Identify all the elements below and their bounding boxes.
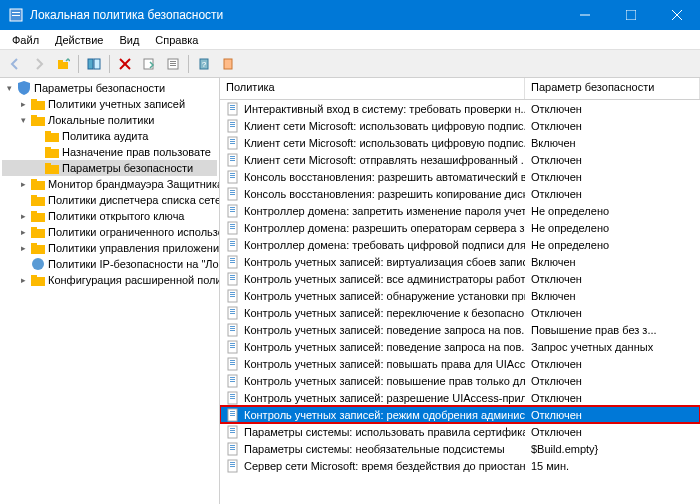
list-row[interactable]: Контроль учетных записей: виртуализация …	[220, 253, 700, 270]
chevron-down-icon[interactable]: ▾	[16, 113, 30, 127]
svg-rect-89	[230, 292, 235, 293]
svg-rect-16	[170, 63, 176, 64]
close-button[interactable]	[654, 0, 700, 30]
list-row[interactable]: Контроль учетных записей: повышение прав…	[220, 372, 700, 389]
tree-account-policies[interactable]: ▸ Политики учетных записей	[2, 96, 217, 112]
tree-root[interactable]: ▾ Параметры безопасности	[2, 80, 217, 96]
svg-rect-127	[230, 449, 235, 450]
svg-rect-31	[31, 181, 45, 190]
list-row[interactable]: Интерактивный вход в систему: требовать …	[220, 100, 700, 117]
list-row[interactable]: Клиент сети Microsoft: отправлять незаши…	[220, 151, 700, 168]
list-row[interactable]: Контроль учетных записей: поведение запр…	[220, 338, 700, 355]
chevron-right-icon[interactable]: ▸	[16, 209, 30, 223]
policy-name-cell: Контроль учетных записей: переключение к…	[220, 306, 525, 320]
export-button[interactable]	[138, 53, 160, 75]
list-row[interactable]: Сервер сети Microsoft: время бездействия…	[220, 457, 700, 474]
chevron-right-icon[interactable]: ▸	[16, 225, 30, 239]
svg-rect-59	[230, 160, 235, 161]
folder-icon	[30, 272, 46, 288]
policy-icon	[226, 391, 240, 405]
svg-rect-93	[230, 309, 235, 310]
policy-name-cell: Контроль учетных записей: виртуализация …	[220, 255, 525, 269]
policy-icon	[226, 238, 240, 252]
tree-user-rights[interactable]: Назначение прав пользовате	[2, 144, 217, 160]
tree-audit-policy[interactable]: Политика аудита	[2, 128, 217, 144]
policy-icon	[226, 323, 240, 337]
menu-file[interactable]: Файл	[4, 32, 47, 48]
minimize-button[interactable]	[562, 0, 608, 30]
svg-rect-2	[12, 15, 20, 16]
chevron-right-icon[interactable]: ▸	[16, 273, 30, 287]
list-row[interactable]: Контроль учетных записей: разрешение UIA…	[220, 389, 700, 406]
tree-network-list[interactable]: Политики диспетчера списка сетей	[2, 192, 217, 208]
policy-value-cell: Отключен	[525, 392, 700, 404]
list-row[interactable]: Консоль восстановления: разрешить автома…	[220, 168, 700, 185]
folder-icon	[44, 144, 60, 160]
chevron-down-icon[interactable]: ▾	[2, 81, 16, 95]
column-header-value[interactable]: Параметр безопасности	[525, 78, 700, 99]
policy-icon	[226, 170, 240, 184]
svg-rect-58	[230, 158, 235, 159]
refresh-button[interactable]: ?	[193, 53, 215, 75]
tree-panel[interactable]: ▾ Параметры безопасности ▸ Политики учет…	[0, 78, 220, 504]
policy-icon	[226, 340, 240, 354]
tree-local-policies[interactable]: ▾ Локальные политики	[2, 112, 217, 128]
policy-icon	[226, 136, 240, 150]
policy-value-cell: Включен	[525, 256, 700, 268]
svg-point-41	[32, 258, 44, 270]
list-row[interactable]: Контроль учетных записей: переключение к…	[220, 304, 700, 321]
svg-rect-35	[31, 213, 45, 222]
svg-rect-27	[45, 149, 59, 158]
list-row[interactable]: Контроль учетных записей: поведение запр…	[220, 321, 700, 338]
menu-help[interactable]: Справка	[147, 32, 206, 48]
svg-rect-17	[170, 65, 176, 66]
policy-name-cell: Контроллер домена: разрешить операторам …	[220, 221, 525, 235]
window-title: Локальная политика безопасности	[30, 8, 562, 22]
list-row[interactable]: Контроль учетных записей: режим одобрени…	[220, 406, 700, 423]
list-row[interactable]: Консоль восстановления: разрешить копиро…	[220, 185, 700, 202]
help-button[interactable]	[217, 53, 239, 75]
svg-rect-70	[230, 209, 235, 210]
svg-rect-54	[230, 141, 235, 142]
properties-button[interactable]	[162, 53, 184, 75]
tree-restricted-software[interactable]: ▸ Политики ограниченного использов	[2, 224, 217, 240]
list-row[interactable]: Контроллер домена: разрешить операторам …	[220, 219, 700, 236]
chevron-right-icon[interactable]: ▸	[16, 177, 30, 191]
maximize-button[interactable]	[608, 0, 654, 30]
tree-public-key[interactable]: ▸ Политики открытого ключа	[2, 208, 217, 224]
list-panel[interactable]: Политика Параметр безопасности Интеракти…	[220, 78, 700, 504]
list-row[interactable]: Контроль учетных записей: обнаружение ус…	[220, 287, 700, 304]
list-row[interactable]: Контроллер домена: требовать цифровой по…	[220, 236, 700, 253]
chevron-right-icon[interactable]: ▸	[16, 241, 30, 255]
list-row[interactable]: Контроль учетных записей: все администра…	[220, 270, 700, 287]
tree-ip-security[interactable]: Политики IP-безопасности на "Лок	[2, 256, 217, 272]
list-row[interactable]: Клиент сети Microsoft: использовать цифр…	[220, 117, 700, 134]
policy-icon	[226, 289, 240, 303]
column-header-policy[interactable]: Политика	[220, 78, 525, 99]
list-row[interactable]: Клиент сети Microsoft: использовать цифр…	[220, 134, 700, 151]
delete-button[interactable]	[114, 53, 136, 75]
chevron-right-icon[interactable]: ▸	[16, 97, 30, 111]
list-row[interactable]: Параметры системы: использовать правила …	[220, 423, 700, 440]
list-row[interactable]: Параметры системы: необязательные подсис…	[220, 440, 700, 457]
tree-app-control[interactable]: ▸ Политики управления приложение	[2, 240, 217, 256]
svg-rect-98	[230, 328, 235, 329]
list-row[interactable]: Контроллер домена: запретить изменение п…	[220, 202, 700, 219]
tree-advanced-audit[interactable]: ▸ Конфигурация расширенной полит	[2, 272, 217, 288]
menu-view[interactable]: Вид	[111, 32, 147, 48]
list-row[interactable]: Контроль учетных записей: повышать права…	[220, 355, 700, 372]
up-button[interactable]	[52, 53, 74, 75]
svg-rect-15	[170, 61, 176, 62]
policy-icon	[226, 204, 240, 218]
svg-rect-111	[230, 381, 235, 382]
show-hide-tree-button[interactable]	[83, 53, 105, 75]
policy-value-cell: Отключен	[525, 409, 700, 421]
tree-firewall[interactable]: ▸ Монитор брандмауэра Защитника W	[2, 176, 217, 192]
svg-rect-1	[12, 12, 20, 13]
svg-rect-95	[230, 313, 235, 314]
policy-icon	[226, 374, 240, 388]
tree-security-options[interactable]: Параметры безопасности	[2, 160, 217, 176]
svg-rect-82	[230, 260, 235, 261]
menu-action[interactable]: Действие	[47, 32, 111, 48]
policy-name-cell: Контроль учетных записей: режим одобрени…	[220, 408, 525, 422]
